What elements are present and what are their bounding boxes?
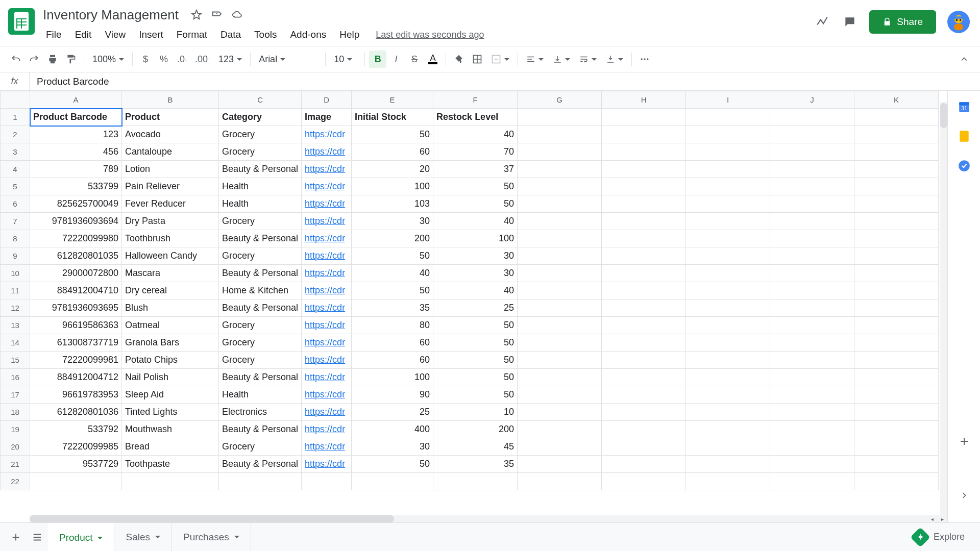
cell-A6[interactable]: 825625700049 [30,195,122,213]
text-wrap-button[interactable] [575,55,601,64]
cell-H20[interactable] [602,438,686,456]
menu-file[interactable]: File [40,27,68,42]
cell-B7[interactable]: Dry Pasta [122,213,219,230]
cell-H22[interactable] [602,473,686,490]
cell-G17[interactable] [518,386,602,404]
cell-H12[interactable] [602,299,686,317]
menu-addons[interactable]: Add-ons [284,27,332,42]
cell-F6[interactable]: 50 [433,195,518,213]
cell-K8[interactable] [854,230,939,247]
cell-F18[interactable]: 10 [433,404,518,421]
row-header-1[interactable]: 1 [1,109,30,126]
cell-K7[interactable] [854,213,939,230]
menu-view[interactable]: View [99,27,132,42]
cell-K10[interactable] [854,265,939,282]
cell-C5[interactable]: Health [219,178,302,195]
cell-G2[interactable] [518,126,602,143]
cell-K21[interactable] [854,456,939,473]
cell-H6[interactable] [602,195,686,213]
print-button[interactable] [44,51,61,68]
cell-J3[interactable] [770,143,854,161]
cell-E21[interactable]: 50 [352,456,433,473]
cell-I13[interactable] [686,317,770,334]
collapse-toolbar-button[interactable] [955,51,973,68]
all-sheets-button[interactable] [27,527,48,548]
sheet-tab-purchases[interactable]: Purchases [172,523,251,551]
cell-J6[interactable] [770,195,854,213]
cell-D16[interactable]: https://cdr [302,369,352,386]
borders-button[interactable] [469,51,486,68]
row-header-17[interactable]: 17 [1,386,30,404]
cell-F15[interactable]: 50 [433,352,518,369]
activity-icon[interactable] [814,14,830,30]
cell-K19[interactable] [854,421,939,438]
cell-G21[interactable] [518,456,602,473]
col-header-K[interactable]: K [854,91,939,109]
cell-H5[interactable] [602,178,686,195]
cell-I22[interactable] [686,473,770,490]
cell-H16[interactable] [602,369,686,386]
cell-C6[interactable]: Health [219,195,302,213]
cell-A21[interactable]: 9537729 [30,456,122,473]
cell-J5[interactable] [770,178,854,195]
cell-I6[interactable] [686,195,770,213]
cell-E6[interactable]: 103 [352,195,433,213]
cell-A11[interactable]: 884912004710 [30,282,122,299]
text-rotation-button[interactable] [602,55,627,64]
cell-J19[interactable] [770,421,854,438]
cell-A12[interactable]: 9781936093695 [30,299,122,317]
cell-I1[interactable] [686,109,770,126]
cell-E17[interactable]: 90 [352,386,433,404]
cell-B8[interactable]: Toothbrush [122,230,219,247]
cell-A22[interactable] [30,473,122,490]
cell-D1[interactable]: Image [302,109,352,126]
cell-B14[interactable]: Granola Bars [122,334,219,352]
cell-B2[interactable]: Avocado [122,126,219,143]
cell-D9[interactable]: https://cdr [302,247,352,265]
cell-B11[interactable]: Dry cereal [122,282,219,299]
cell-D5[interactable]: https://cdr [302,178,352,195]
cell-F4[interactable]: 37 [433,161,518,178]
cell-G5[interactable] [518,178,602,195]
cell-J8[interactable] [770,230,854,247]
share-button[interactable]: Share [869,10,936,34]
cell-E11[interactable]: 50 [352,282,433,299]
cell-E15[interactable]: 60 [352,352,433,369]
cell-G6[interactable] [518,195,602,213]
cell-I14[interactable] [686,334,770,352]
cell-C13[interactable]: Grocery [219,317,302,334]
menu-help[interactable]: Help [333,27,365,42]
cell-H2[interactable] [602,126,686,143]
cell-I18[interactable] [686,404,770,421]
cell-I16[interactable] [686,369,770,386]
cell-B15[interactable]: Potato Chips [122,352,219,369]
cell-G14[interactable] [518,334,602,352]
cell-F5[interactable]: 50 [433,178,518,195]
calendar-icon[interactable]: 31 [957,99,972,114]
col-header-A[interactable]: A [30,91,122,109]
cell-E2[interactable]: 50 [352,126,433,143]
cell-A20[interactable]: 72220099985 [30,438,122,456]
cell-C2[interactable]: Grocery [219,126,302,143]
cell-F21[interactable]: 35 [433,456,518,473]
cell-K22[interactable] [854,473,939,490]
cell-C19[interactable]: Beauty & Personal [219,421,302,438]
cell-A8[interactable]: 72220099980 [30,230,122,247]
v-align-button[interactable] [549,55,574,64]
sheet-nav-right[interactable]: ▸ [937,515,947,522]
cell-J9[interactable] [770,247,854,265]
row-header-16[interactable]: 16 [1,369,30,386]
cell-K13[interactable] [854,317,939,334]
cell-E14[interactable]: 60 [352,334,433,352]
cell-H9[interactable] [602,247,686,265]
cell-F11[interactable]: 40 [433,282,518,299]
menu-insert[interactable]: Insert [133,27,169,42]
h-align-button[interactable] [522,55,548,64]
cell-F14[interactable]: 50 [433,334,518,352]
cell-E9[interactable]: 50 [352,247,433,265]
cell-C8[interactable]: Beauty & Personal [219,230,302,247]
more-button[interactable] [636,51,653,68]
cell-H18[interactable] [602,404,686,421]
cell-J18[interactable] [770,404,854,421]
cell-K20[interactable] [854,438,939,456]
